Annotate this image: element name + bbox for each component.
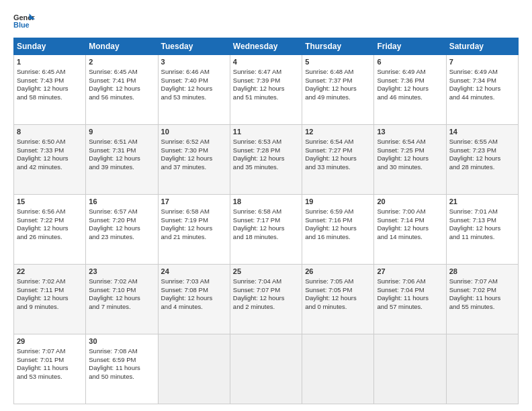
day-info-line: Daylight: 12 hours [161, 154, 227, 163]
day-info-line: Daylight: 12 hours [305, 294, 371, 303]
day-info-line: Daylight: 12 hours [89, 154, 154, 163]
calendar-cell: 3Sunrise: 6:46 AMSunset: 7:40 PMDaylight… [158, 55, 230, 125]
day-number: 3 [161, 57, 227, 67]
day-info-line: and 35 minutes. [233, 163, 299, 172]
day-number: 23 [89, 267, 154, 277]
day-info-line: and 4 minutes. [161, 303, 227, 312]
day-info-line: and 21 minutes. [161, 233, 227, 242]
day-number: 11 [233, 127, 299, 137]
week-row-5: 29Sunrise: 7:07 AMSunset: 7:01 PMDayligh… [14, 334, 519, 404]
col-header-saturday: Saturday [446, 38, 518, 55]
day-info-line: Sunset: 7:07 PM [233, 286, 299, 295]
day-info-line: and 37 minutes. [161, 163, 227, 172]
calendar-cell [230, 334, 302, 404]
day-number: 19 [305, 197, 371, 207]
day-info-line: Sunset: 7:41 PM [89, 77, 154, 85]
day-info-line: Sunrise: 6:47 AM [233, 68, 299, 77]
day-info-line: Sunrise: 7:04 AM [233, 277, 299, 286]
day-info-line: Sunrise: 6:45 AM [89, 68, 154, 77]
page: General Blue SundayMondayTuesdayWednesda… [0, 0, 532, 411]
day-info-line: Sunset: 7:39 PM [233, 77, 299, 85]
day-number: 28 [449, 267, 515, 277]
day-info-line: Sunrise: 6:51 AM [89, 138, 154, 146]
day-info-line: Sunrise: 7:08 AM [89, 347, 154, 356]
calendar-cell: 11Sunrise: 6:53 AMSunset: 7:28 PMDayligh… [230, 125, 302, 195]
day-info-line: Daylight: 12 hours [17, 85, 83, 93]
day-info-line: Daylight: 12 hours [89, 85, 154, 93]
day-info-line: Sunset: 7:08 PM [161, 286, 227, 295]
day-info-line: Sunrise: 6:52 AM [161, 138, 227, 146]
calendar-cell [446, 334, 518, 404]
day-info-line: Sunrise: 6:58 AM [161, 208, 227, 216]
day-info-line: Daylight: 12 hours [377, 85, 443, 93]
day-info-line: and 9 minutes. [17, 303, 83, 312]
day-info-line: and 28 minutes. [449, 163, 515, 172]
day-info-line: and 44 minutes. [449, 93, 515, 102]
day-info-line: Sunset: 7:22 PM [17, 216, 83, 225]
day-number: 4 [233, 57, 299, 67]
day-number: 26 [305, 267, 371, 277]
day-info-line: Daylight: 11 hours [377, 294, 443, 303]
day-info-line: Sunset: 7:27 PM [305, 146, 371, 155]
day-info-line: Daylight: 12 hours [89, 294, 154, 303]
day-info-line: and 56 minutes. [89, 93, 154, 102]
day-info-line: and 53 minutes. [17, 373, 83, 381]
col-header-friday: Friday [374, 38, 446, 55]
day-info-line: Sunrise: 6:48 AM [305, 68, 371, 77]
day-info-line: Daylight: 12 hours [449, 85, 515, 93]
calendar-cell: 6Sunrise: 6:49 AMSunset: 7:36 PMDaylight… [374, 55, 446, 125]
day-info-line: and 51 minutes. [233, 93, 299, 102]
svg-text:Blue: Blue [13, 21, 30, 29]
day-number: 14 [449, 127, 515, 137]
day-info-line: Daylight: 12 hours [305, 224, 371, 233]
day-info-line: Sunrise: 6:54 AM [305, 138, 371, 146]
day-info-line: and 26 minutes. [17, 233, 83, 242]
day-info-line: Sunset: 7:16 PM [305, 216, 371, 225]
day-info-line: Daylight: 12 hours [305, 85, 371, 93]
day-info-line: Sunset: 7:43 PM [17, 77, 83, 85]
day-info-line: Daylight: 12 hours [17, 294, 83, 303]
day-info-line: Daylight: 12 hours [17, 154, 83, 163]
day-number: 20 [377, 197, 443, 207]
day-info-line: Sunset: 7:10 PM [89, 286, 154, 295]
day-info-line: Sunset: 7:14 PM [377, 216, 443, 225]
day-info-line: and 50 minutes. [89, 373, 154, 381]
day-info-line: Sunset: 7:13 PM [449, 216, 515, 225]
calendar-cell: 26Sunrise: 7:05 AMSunset: 7:05 PMDayligh… [302, 265, 374, 334]
calendar-cell: 14Sunrise: 6:55 AMSunset: 7:23 PMDayligh… [446, 125, 518, 195]
calendar-cell: 22Sunrise: 7:02 AMSunset: 7:11 PMDayligh… [14, 265, 86, 334]
day-info-line: Sunrise: 6:49 AM [377, 68, 443, 77]
day-info-line: and 18 minutes. [233, 233, 299, 242]
day-info-line: Sunset: 7:11 PM [17, 286, 83, 295]
calendar-table: SundayMondayTuesdayWednesdayThursdayFrid… [13, 38, 519, 404]
day-info-line: and 55 minutes. [449, 303, 515, 312]
day-number: 24 [161, 267, 227, 277]
day-info-line: Daylight: 12 hours [233, 85, 299, 93]
calendar-cell: 24Sunrise: 7:03 AMSunset: 7:08 PMDayligh… [158, 265, 230, 334]
day-number: 21 [449, 197, 515, 207]
day-number: 9 [89, 127, 154, 137]
day-info-line: Sunset: 7:25 PM [377, 146, 443, 155]
day-info-line: and 39 minutes. [89, 163, 154, 172]
day-info-line: and 33 minutes. [305, 163, 371, 172]
day-info-line: and 53 minutes. [161, 93, 227, 102]
col-header-tuesday: Tuesday [158, 38, 230, 55]
day-info-line: Daylight: 12 hours [233, 294, 299, 303]
day-info-line: Sunrise: 7:00 AM [377, 208, 443, 216]
day-number: 25 [233, 267, 299, 277]
calendar-cell: 27Sunrise: 7:06 AMSunset: 7:04 PMDayligh… [374, 265, 446, 334]
week-row-1: 1Sunrise: 6:45 AMSunset: 7:43 PMDaylight… [14, 55, 519, 125]
day-number: 29 [17, 336, 83, 347]
day-info-line: Sunrise: 7:01 AM [449, 208, 515, 216]
day-number: 30 [89, 336, 154, 347]
day-info-line: Sunset: 7:04 PM [377, 286, 443, 295]
day-number: 27 [377, 267, 443, 277]
day-number: 1 [17, 57, 83, 67]
day-number: 12 [305, 127, 371, 137]
day-info-line: Sunrise: 7:02 AM [17, 277, 83, 286]
day-info-line: Sunset: 7:05 PM [305, 286, 371, 295]
day-number: 10 [161, 127, 227, 137]
calendar-body: 1Sunrise: 6:45 AMSunset: 7:43 PMDaylight… [14, 55, 519, 404]
day-info-line: Daylight: 11 hours [17, 364, 83, 373]
day-info-line: Sunrise: 6:56 AM [17, 208, 83, 216]
